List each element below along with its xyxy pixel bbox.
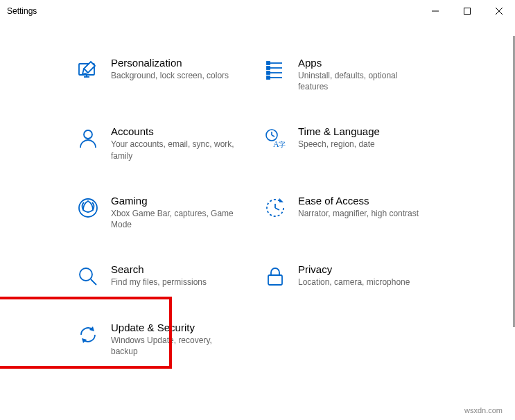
category-desc: Background, lock screen, colors [111, 70, 236, 81]
apps-icon [263, 58, 287, 82]
category-personalization[interactable]: Personalization Background, lock screen,… [76, 57, 250, 92]
ease-of-access-icon [263, 196, 287, 220]
titlebar: Settings [0, 0, 515, 22]
search-icon [76, 265, 100, 288]
accounts-icon [76, 127, 100, 150]
close-button[interactable] [483, 0, 515, 22]
svg-rect-27 [268, 275, 282, 285]
svg-line-24 [275, 208, 279, 210]
time-language-icon: A 字 [263, 127, 287, 150]
category-gaming[interactable]: Gaming Xbox Game Bar, captures, Game Mod… [76, 195, 250, 230]
category-desc: Speech, region, date [298, 139, 423, 150]
category-title: Accounts [111, 125, 250, 137]
category-title: Apps [298, 57, 437, 69]
svg-point-25 [80, 268, 92, 281]
category-title: Search [111, 263, 250, 275]
svg-line-18 [272, 135, 274, 137]
category-ease-of-access[interactable]: Ease of Access Narrator, magnifier, high… [263, 195, 437, 230]
category-accounts[interactable]: Accounts Your accounts, email, sync, wor… [76, 125, 250, 161]
gaming-icon [76, 196, 100, 220]
category-title: Privacy [298, 263, 437, 275]
privacy-icon [263, 265, 287, 288]
category-desc: Your accounts, email, sync, work, family [111, 139, 236, 161]
category-apps[interactable]: Apps Uninstall, defaults, optional featu… [263, 57, 437, 92]
update-security-icon [76, 323, 100, 347]
watermark-text: wsxdn.com [464, 406, 503, 414]
category-desc: Narrator, magnifier, high contrast [298, 208, 423, 219]
category-desc: Xbox Game Bar, captures, Game Mode [111, 208, 236, 230]
svg-marker-29 [82, 338, 87, 343]
category-desc: Location, camera, microphone [298, 277, 423, 288]
minimize-button[interactable] [419, 0, 451, 22]
personalization-icon [76, 58, 100, 82]
svg-line-26 [91, 279, 96, 285]
category-title: Update & Security [111, 322, 250, 333]
maximize-button[interactable] [451, 0, 483, 22]
category-desc: Windows Update, recovery, backup [111, 335, 236, 357]
category-privacy[interactable]: Privacy Location, camera, microphone [263, 263, 437, 288]
svg-rect-11 [267, 62, 270, 64]
svg-text:字: 字 [279, 141, 286, 148]
category-search[interactable]: Search Find my files, permissions [76, 263, 250, 288]
category-time-language[interactable]: A 字 Time & Language Speech, region, date [263, 125, 437, 161]
svg-marker-22 [279, 198, 283, 202]
window-controls [419, 0, 515, 22]
svg-rect-13 [267, 71, 270, 74]
svg-rect-12 [267, 67, 270, 69]
categories-grid: Personalization Background, lock screen,… [76, 57, 487, 358]
category-title: Gaming [111, 195, 250, 207]
vertical-scrollbar[interactable] [508, 22, 515, 420]
category-desc: Find my files, permissions [111, 277, 236, 288]
category-title: Personalization [111, 57, 250, 69]
svg-rect-1 [464, 8, 471, 15]
settings-content: Personalization Background, lock screen,… [0, 22, 515, 420]
svg-point-15 [84, 130, 92, 139]
svg-rect-14 [267, 76, 270, 79]
svg-marker-28 [89, 326, 94, 331]
window-title: Settings [7, 6, 37, 16]
category-desc: Uninstall, defaults, optional features [298, 70, 423, 92]
category-update-security[interactable]: Update & Security Windows Update, recove… [76, 322, 250, 357]
category-title: Ease of Access [298, 195, 437, 207]
category-title: Time & Language [298, 125, 437, 137]
